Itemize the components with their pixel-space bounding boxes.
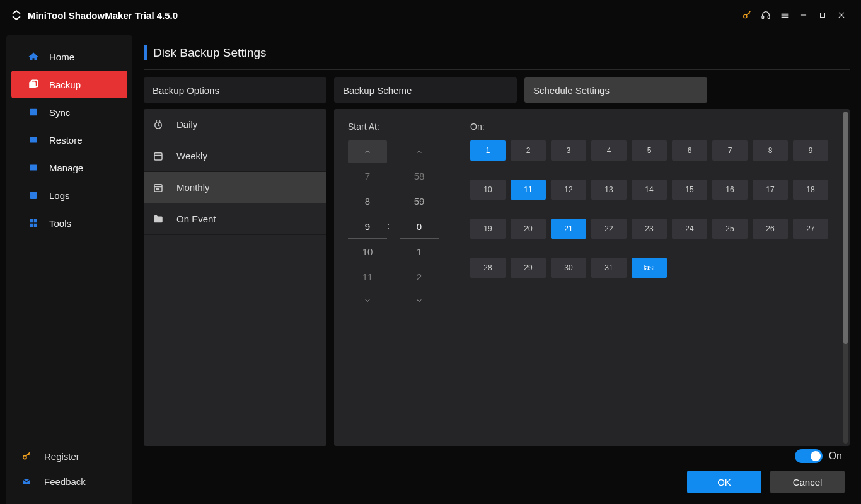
hour-option[interactable]: 7 [348, 163, 387, 188]
tab-label: Backup Scheme [343, 85, 412, 96]
nav-restore[interactable]: Restore [11, 126, 127, 154]
day-16[interactable]: 16 [712, 180, 748, 200]
hour-down-button[interactable] [348, 289, 387, 312]
ok-button[interactable]: OK [687, 471, 761, 493]
day-8[interactable]: 8 [753, 140, 788, 161]
svg-rect-18 [30, 224, 33, 227]
svg-point-28 [158, 188, 159, 190]
hour-option[interactable]: 11 [348, 264, 387, 289]
day-12[interactable]: 12 [551, 180, 586, 200]
minimize-button[interactable] [794, 6, 813, 25]
headset-icon[interactable] [756, 6, 775, 25]
start-at-section: Start At: 7 8 9 10 11 [348, 122, 439, 312]
hour-selected[interactable]: 9 [348, 214, 387, 239]
minute-option[interactable]: 2 [400, 264, 439, 289]
hour-option[interactable]: 10 [348, 239, 387, 264]
day-5[interactable]: 5 [632, 140, 667, 161]
day-28[interactable]: 28 [470, 258, 506, 278]
day-11[interactable]: 11 [511, 180, 546, 200]
day-29[interactable]: 29 [511, 258, 546, 278]
day-17[interactable]: 17 [753, 180, 788, 200]
day-26[interactable]: 26 [753, 219, 788, 239]
period-label: Weekly [176, 151, 207, 161]
svg-rect-16 [30, 219, 33, 222]
day-10[interactable]: 10 [470, 180, 506, 200]
day-27[interactable]: 27 [793, 219, 828, 239]
svg-rect-7 [821, 13, 825, 18]
on-label: On: [470, 122, 836, 132]
tab-schedule-settings[interactable]: Schedule Settings [524, 77, 707, 103]
nav-label: Manage [49, 163, 83, 173]
panel-scrollbar[interactable] [843, 112, 848, 444]
svg-rect-19 [34, 224, 37, 227]
cancel-button[interactable]: Cancel [770, 471, 845, 493]
nav-manage[interactable]: Manage [11, 154, 127, 181]
day-21[interactable]: 21 [551, 219, 586, 239]
period-weekly[interactable]: Weekly [144, 140, 326, 172]
period-monthly[interactable]: Monthly [144, 172, 326, 203]
nav-logs[interactable]: Logs [11, 181, 127, 209]
day-25[interactable]: 25 [712, 219, 748, 239]
scrollbar-thumb[interactable] [843, 112, 848, 344]
folder-icon [153, 214, 168, 225]
day-4[interactable]: 4 [591, 140, 627, 161]
minute-option[interactable]: 59 [400, 188, 439, 214]
day-7[interactable]: 7 [712, 140, 748, 161]
period-panel: Daily Weekly Monthly On Event [144, 109, 326, 446]
period-on-event[interactable]: On Event [144, 203, 326, 235]
register-link[interactable]: Register [6, 444, 132, 469]
key-icon [21, 451, 35, 461]
schedule-toggle[interactable] [795, 449, 823, 463]
day-14[interactable]: 14 [632, 180, 667, 200]
feedback-link[interactable]: Feedback [6, 469, 132, 494]
feedback-label: Feedback [44, 476, 86, 487]
nav-home[interactable]: Home [11, 43, 127, 71]
nav-tools[interactable]: Tools [11, 209, 127, 237]
day-9[interactable]: 9 [793, 140, 828, 161]
day-30[interactable]: 30 [551, 258, 586, 278]
minute-option[interactable]: 1 [400, 239, 439, 264]
tabs: Backup Options Backup Scheme Schedule Se… [144, 77, 850, 103]
day-24[interactable]: 24 [672, 219, 707, 239]
tab-label: Schedule Settings [533, 85, 610, 96]
day-1[interactable]: 1 [470, 140, 506, 161]
sync-icon [26, 105, 40, 119]
minute-up-button[interactable] [400, 140, 439, 163]
day-22[interactable]: 22 [591, 219, 627, 239]
day-20[interactable]: 20 [511, 219, 546, 239]
day-2[interactable]: 2 [511, 140, 546, 161]
day-6[interactable]: 6 [672, 140, 707, 161]
minute-option[interactable]: 58 [400, 163, 439, 188]
day-23[interactable]: 23 [632, 219, 667, 239]
register-label: Register [44, 451, 79, 462]
minute-down-button[interactable] [400, 289, 439, 312]
day-3[interactable]: 3 [551, 140, 586, 161]
day-18[interactable]: 18 [793, 180, 828, 200]
day-31[interactable]: 31 [591, 258, 627, 278]
nav-sync[interactable]: Sync [11, 98, 127, 126]
day-13[interactable]: 13 [591, 180, 627, 200]
day-15[interactable]: 15 [672, 180, 707, 200]
hour-up-button[interactable] [348, 140, 387, 163]
tab-backup-scheme[interactable]: Backup Scheme [334, 77, 517, 103]
day-19[interactable]: 19 [470, 219, 506, 239]
period-daily[interactable]: Daily [144, 109, 326, 140]
nav-backup[interactable]: Backup [11, 71, 127, 98]
svg-rect-1 [762, 16, 764, 18]
menu-icon[interactable] [775, 6, 794, 25]
maximize-button[interactable] [813, 6, 832, 25]
hour-option[interactable]: 8 [348, 188, 387, 214]
minute-selected[interactable]: 0 [400, 214, 439, 239]
backup-icon [26, 77, 40, 91]
schedule-toggle-wrap: On [795, 449, 842, 463]
tab-label: Backup Options [153, 85, 219, 96]
period-label: Monthly [176, 182, 210, 193]
day-last[interactable]: last [632, 258, 667, 278]
close-button[interactable] [832, 6, 851, 25]
hour-column: 7 8 9 10 11 [348, 140, 387, 312]
nav-label: Tools [49, 218, 71, 229]
nav-label: Logs [49, 190, 70, 201]
title-accent-bar [144, 45, 147, 60]
tab-backup-options[interactable]: Backup Options [144, 77, 326, 103]
key-icon[interactable] [737, 6, 756, 25]
